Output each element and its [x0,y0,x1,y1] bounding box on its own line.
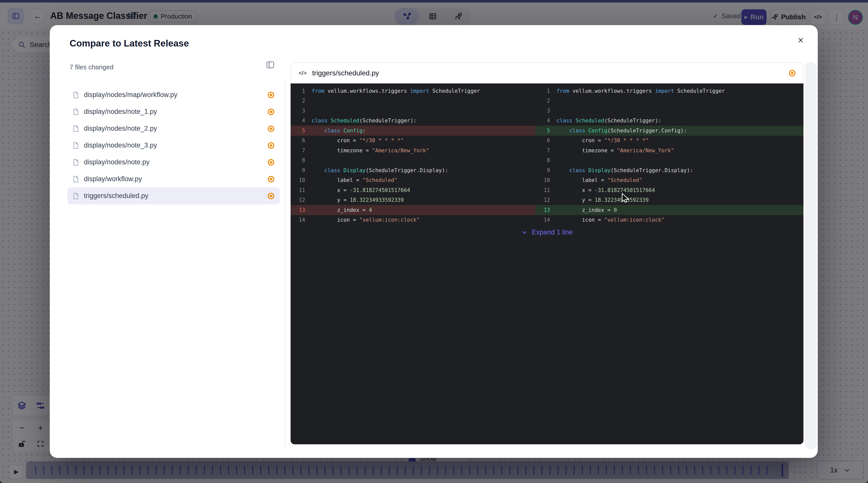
file-name: display/workflow.py [84,175,263,183]
file-name: display/nodes/note_2.py [84,125,263,132]
modified-status-icon [268,142,274,149]
line-number: 5 [535,128,557,134]
code-text: from vellum.workflows.triggers import Sc… [312,88,480,94]
panel-divider [285,78,285,450]
file-list-item[interactable]: display/nodes/note_3.py [67,137,280,154]
file-list-item[interactable]: display/nodes/note_1.py [67,103,280,120]
diff-line: 8 [290,156,535,165]
file-list-item[interactable]: display/nodes/note.py [67,154,280,171]
document-icon [73,142,79,149]
diff-line: 3 [290,106,535,116]
document-icon [73,108,79,115]
line-number: 13 [290,207,312,213]
diff-line: 1from vellum.workflows.triggers import S… [290,86,535,96]
code-text: label = "Scheduled" [312,177,397,183]
file-name: display/nodes/note_3.py [84,142,263,149]
close-button[interactable]: × [794,33,808,47]
collapse-file-panel-icon[interactable] [266,60,275,69]
line-number: 2 [290,98,312,104]
line-number: 4 [535,118,557,124]
line-number: 6 [290,138,312,144]
diff-line: 2 [290,96,535,106]
code-text: x = -31.818274501517664 [312,187,410,193]
code-text: z_index = 0 [557,207,617,213]
line-number: 10 [535,177,557,183]
code-text: from vellum.workflows.triggers import Sc… [557,88,725,94]
diff-line: 5 class Config(ScheduleTrigger.Config): [535,126,803,136]
files-changed-count: 7 files changed [69,63,114,71]
line-number: 9 [535,168,557,173]
modified-status-icon [268,92,274,98]
diff-line: 6 cron = "*/30 * * * *" [290,136,535,146]
modified-status-icon [268,159,274,165]
line-number: 8 [535,157,557,163]
modal-title: Compare to Latest Release [69,38,189,49]
code-text: cron = "*/30 * * * *" [312,138,404,144]
document-icon [73,159,79,166]
file-list-item[interactable]: triggers/scheduled.py [67,187,280,204]
file-name: display/nodes/note_1.py [84,108,263,116]
line-number: 3 [290,108,312,114]
diff-line: 6 cron = "*/30 * * * *" [535,136,803,146]
diff-line: 7 timezone = "America/New_York" [535,146,803,156]
code-text: class Scheduled(ScheduleTrigger): [312,118,416,124]
diff-line: 1from vellum.workflows.triggers import S… [535,86,803,96]
line-number: 7 [535,148,557,154]
chevron-down-icon [521,229,528,236]
document-icon [73,91,79,98]
mouse-cursor [620,192,631,204]
expand-label: Expand 1 line [532,229,573,236]
line-number: 10 [290,177,312,183]
expand-lines-button[interactable]: Expand 1 line [290,227,803,238]
code-file-icon: </> [299,70,307,77]
file-list-item[interactable]: display/nodes/map/workflow.py [67,86,280,103]
app-window: ← AB Message Classifier Production [0,0,868,483]
document-icon [73,176,79,183]
code-text: cron = "*/30 * * * *" [557,138,649,144]
modified-status-icon [268,176,274,182]
code-text: icon = "vellum:icon:clock" [557,217,664,223]
line-number: 1 [290,88,312,94]
document-icon [73,125,79,132]
diff-line: 14 icon = "vellum:icon:clock" [535,215,803,225]
diff-line: 13 z_index = 4 [290,205,535,215]
diff-line: 8 [535,156,803,165]
diff-viewer: 1from vellum.workflows.triggers import S… [290,84,803,444]
document-icon [73,192,79,200]
file-name: display/nodes/note.py [84,158,263,166]
compare-modal: Compare to Latest Release × 7 files chan… [50,25,818,458]
file-list-item[interactable]: display/nodes/note_2.py [67,120,280,137]
file-name: display/nodes/map/workflow.py [84,91,263,99]
code-text: y = 18.32234933592339 [557,197,649,203]
diff-file-name: triggers/scheduled.py [312,69,783,77]
file-name: triggers/scheduled.py [84,192,263,200]
file-list-item[interactable]: display/workflow.py [67,171,280,187]
line-number: 7 [290,148,312,154]
line-number: 1 [535,88,557,94]
diff-line: 10 label = "Scheduled" [290,175,535,185]
diff-file-header: </> triggers/scheduled.py [290,62,803,84]
line-number: 6 [535,138,557,144]
line-number: 13 [535,207,557,213]
modified-status-icon [789,70,796,77]
close-icon: × [798,35,803,46]
code-text: class Display(ScheduleTrigger.Display): [557,168,693,173]
code-text: x = -31.818274501517664 [557,187,655,193]
diff-line: 2 [535,96,803,106]
diff-line: 13 z_index = 0 [535,205,803,215]
modified-status-icon [268,193,274,199]
line-number: 2 [535,98,557,104]
line-number: 11 [290,187,312,193]
diff-column-before: 1from vellum.workflows.triggers import S… [290,86,535,225]
diff-line: 11 x = -31.818274501517664 [535,185,803,195]
diff-column-after: 1from vellum.workflows.triggers import S… [535,86,803,225]
code-text: timezone = "America/New_York" [557,148,674,154]
diff-line: 12 y = 18.32234933592339 [535,195,803,205]
changed-files-list: display/nodes/map/workflow.py display/no… [67,86,280,204]
diff-scrollbar-gutter[interactable] [805,62,817,449]
line-number: 14 [535,217,557,223]
line-number: 14 [290,217,312,223]
line-number: 8 [290,157,312,163]
line-number: 5 [290,128,312,134]
code-text: class Config: [312,128,366,134]
